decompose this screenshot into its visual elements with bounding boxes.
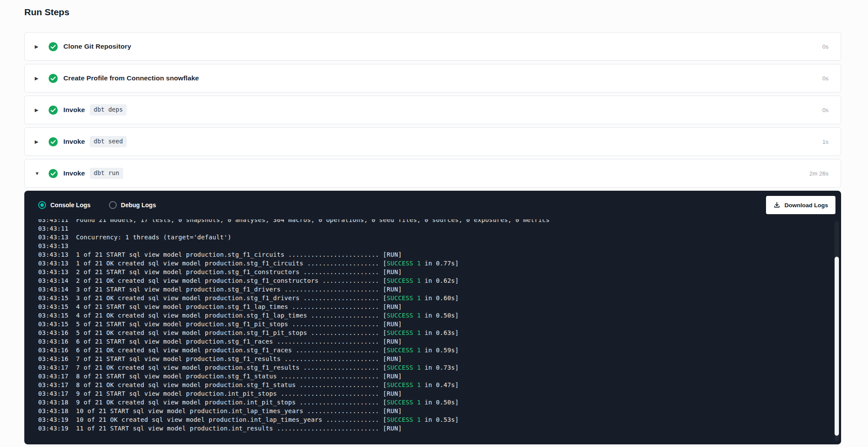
log-line: 03:43:17 8 of 21 START sql view model pr… [38,372,820,381]
log-line: 03:43:17 8 of 21 OK created sql view mod… [38,381,820,389]
scrollbar-thumb[interactable] [835,257,839,436]
debug-logs-label: Debug Logs [121,202,156,209]
step-code-chip: dbt deps [90,104,127,116]
chevron-down-icon[interactable]: ▼ [35,171,43,176]
log-line: 03:43:18 10 of 21 START sql view model p… [38,407,820,415]
success-badge: SUCCESS 1 [387,364,421,371]
run-step-row[interactable]: ▶Create Profile from Connection snowflak… [24,64,841,93]
step-label: Invoke [63,106,85,114]
log-line: 03:43:11 [38,224,820,233]
log-line: 03:43:18 9 of 21 OK created sql view mod… [38,398,820,407]
run-steps-list: ▶Clone Git Repository0s▶Create Profile f… [24,32,841,188]
step-code-chip: dbt seed [90,136,127,147]
step-label: Invoke [63,138,85,146]
console-logs-tab[interactable]: Console Logs [38,201,91,209]
radio-button-icon [109,201,117,209]
step-success-icon [49,42,58,51]
console-logs-label: Console Logs [50,202,91,209]
success-badge: SUCCESS 1 [387,277,421,284]
chevron-right-icon[interactable]: ▶ [35,44,43,49]
log-line: 03:43:16 6 of 21 OK created sql view mod… [38,346,820,354]
step-label: Clone Git Repository [63,43,131,50]
step-duration: 0s [822,107,829,113]
log-line: 03:43:11 Found 21 models, 17 tests, 0 sn… [38,219,820,224]
download-logs-button[interactable]: Download Logs [766,196,836,214]
step-code-chip: dbt run [90,168,123,179]
step-duration: 0s [822,43,829,50]
step-duration: 0s [822,75,829,82]
success-badge: SUCCESS 1 [387,381,421,388]
page-title: Run Steps [24,7,841,17]
debug-logs-tab[interactable]: Debug Logs [109,201,156,209]
log-line: 03:43:14 3 of 21 START sql view model pr… [38,285,820,294]
success-badge: SUCCESS 1 [387,312,421,319]
success-badge: SUCCESS 1 [387,260,421,267]
run-step-row[interactable]: ▶Invokedbt seed1s [24,127,841,156]
step-label: Invoke [63,169,85,177]
log-line: 03:43:17 9 of 21 START sql view model pr… [38,389,820,398]
chevron-right-icon[interactable]: ▶ [35,76,43,81]
log-line: 03:43:17 7 of 21 OK created sql view mod… [38,363,820,372]
console-log-output[interactable]: 03:43:11 Found 21 models, 17 tests, 0 sn… [24,219,841,444]
log-line: 03:43:13 Concurrency: 1 threads (target=… [38,233,820,242]
log-line: 03:43:16 5 of 21 OK created sql view mod… [38,328,820,337]
success-badge: SUCCESS 1 [387,329,421,336]
run-step-row[interactable]: ▶Clone Git Repository0s [24,32,841,61]
run-step-row[interactable]: ▼Invokedbt run2m 26s [24,159,841,188]
console-log-area: 03:43:11 Found 21 models, 17 tests, 0 sn… [24,219,841,444]
chevron-right-icon[interactable]: ▶ [35,139,43,144]
log-line: 03:43:15 3 of 21 OK created sql view mod… [38,294,820,302]
success-badge: SUCCESS 1 [387,347,421,354]
step-duration: 1s [822,139,829,145]
log-line: 03:43:15 4 of 21 START sql view model pr… [38,302,820,311]
success-badge: SUCCESS 1 [387,295,421,301]
step-success-icon [49,169,58,178]
console-logs-panel: Console Logs Debug Logs Download Logs 03… [24,191,841,444]
log-line: 03:43:16 6 of 21 START sql view model pr… [38,337,820,346]
run-step-row[interactable]: ▶Invokedbt deps0s [24,96,841,124]
log-line: 03:43:13 1 of 21 OK created sql view mod… [38,259,820,268]
log-line: 03:43:14 2 of 21 OK created sql view mod… [38,276,820,285]
log-line: 03:43:15 4 of 21 OK created sql view mod… [38,311,820,320]
chevron-right-icon[interactable]: ▶ [35,108,43,113]
download-icon [773,202,780,209]
log-line: 03:43:15 5 of 21 START sql view model pr… [38,320,820,328]
log-line: 03:43:13 2 of 21 START sql view model pr… [38,268,820,276]
step-duration: 2m 26s [809,170,829,177]
radio-button-icon [38,201,46,209]
step-success-icon [49,74,58,83]
log-line: 03:43:13 1 of 21 START sql view model pr… [38,250,820,259]
step-success-icon [49,137,58,146]
success-badge: SUCCESS 1 [387,399,421,406]
log-line: 03:43:16 7 of 21 START sql view model pr… [38,354,820,363]
download-logs-label: Download Logs [785,202,829,209]
step-success-icon [49,106,58,115]
log-line: 03:43:13 [38,242,820,250]
success-badge: SUCCESS 1 [387,416,421,423]
log-line: 03:43:19 11 of 21 START sql view model p… [38,424,820,433]
console-header: Console Logs Debug Logs Download Logs [24,191,841,219]
log-line: 03:43:19 10 of 21 OK created sql view mo… [38,415,820,424]
step-label: Create Profile from Connection snowflake [63,74,199,82]
run-steps-page: Run Steps ▶Clone Git Repository0s▶Create… [24,7,841,444]
